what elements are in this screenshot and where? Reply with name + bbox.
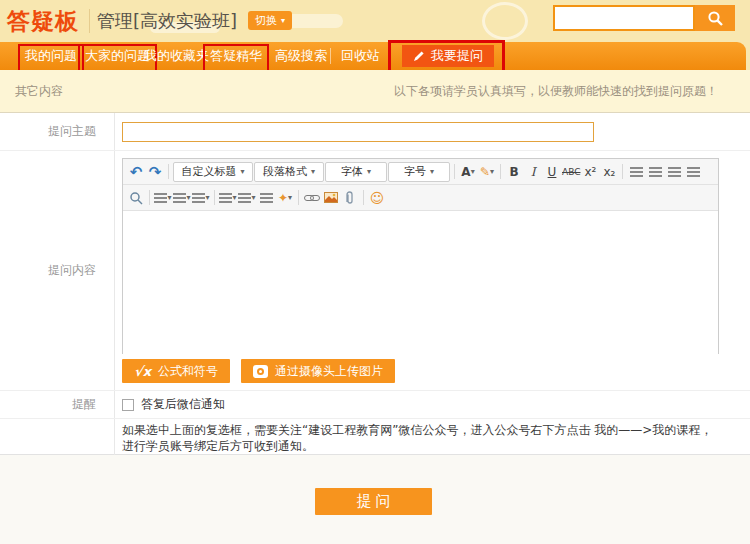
wechat-notify-checkbox[interactable] — [122, 399, 134, 411]
underline-icon[interactable]: U — [543, 162, 561, 182]
align-bars — [649, 167, 662, 177]
painter-glyph: ✦ — [278, 191, 288, 205]
editor-toolbar-row-2: ▾ ▾ ▾ ▾ ▾ ✦▾ — [123, 185, 718, 211]
editor-extra-buttons: √x 公式和符号 通过摄像头上传图片 — [122, 359, 395, 383]
font-color-icon[interactable]: A▾ — [459, 162, 477, 182]
ask-button-label: 我要提问 — [431, 47, 483, 65]
font-size-dropdown[interactable]: 字号▾ — [388, 162, 450, 182]
insert-image-icon[interactable] — [322, 188, 340, 208]
subject-label: 提问主题 — [0, 113, 115, 150]
chevron-down-icon: ▾ — [288, 193, 292, 202]
attachment-icon[interactable] — [341, 188, 359, 208]
remind-cell: 答复后微信通知 — [115, 391, 750, 418]
toolbar-divider — [298, 190, 299, 205]
align-center-icon[interactable] — [646, 162, 664, 182]
subject-row: 提问主题 — [0, 113, 750, 151]
fill-carefully-notice: 以下各项请学员认真填写，以便教师能快速的找到提问原题！ — [394, 83, 718, 100]
toolbar-divider — [500, 164, 501, 179]
tab-label: 我的收藏夹 — [144, 48, 209, 63]
wechat-notify-label: 答复后微信通知 — [141, 396, 225, 413]
app-logo: 答疑板 — [7, 6, 79, 37]
nav-divider — [330, 48, 331, 64]
bold-icon[interactable]: B — [505, 162, 523, 182]
other-content-label: 其它内容 — [15, 83, 63, 100]
switch-label: 切换 — [255, 13, 277, 28]
list-bars — [238, 193, 251, 203]
tab-label: 大家的问题 — [85, 48, 150, 63]
subscript-icon[interactable]: x₂ — [600, 162, 618, 182]
info-bar: 其它内容 以下各项请学员认真填写，以便教师能快速的找到提问原题！ — [0, 70, 750, 112]
camera-button-label: 通过摄像头上传图片 — [275, 363, 383, 380]
dropdown-label: 段落格式 — [263, 164, 307, 179]
tab-recycle-bin[interactable]: 回收站 — [341, 42, 380, 70]
chevron-down-icon: ▾ — [240, 167, 244, 176]
image-glyph — [324, 192, 338, 203]
list-bars — [219, 193, 232, 203]
content-row: 提问内容 ↶ ↷ 自定义标题▾ 段落格式▾ 字体▾ — [0, 151, 750, 391]
magnifier-glyph — [129, 191, 143, 205]
chevron-down-icon: ▾ — [430, 167, 434, 176]
toolbar-divider — [168, 164, 169, 179]
note-cell: 如果选中上面的复选框，需要关注“建设工程教育网”微信公众号，进入公众号右下方点击… — [115, 419, 750, 455]
undo-icon[interactable]: ↶ — [127, 162, 145, 182]
dropdown-label: 字号 — [404, 164, 426, 179]
bullet-list-icon[interactable]: ▾ — [238, 188, 256, 208]
search-input[interactable] — [553, 5, 695, 31]
line-height-bars — [173, 193, 186, 203]
font-family-dropdown[interactable]: 字体▾ — [325, 162, 387, 182]
pencil-icon — [413, 50, 425, 62]
ask-question-button[interactable]: 我要提问 — [402, 45, 494, 67]
paragraph-format-dropdown[interactable]: 段落格式▾ — [254, 162, 324, 182]
superscript-icon[interactable]: x² — [581, 162, 599, 182]
align-justify-icon[interactable] — [684, 162, 702, 182]
insert-link-icon[interactable] — [303, 188, 321, 208]
toolbar-divider — [363, 190, 364, 205]
tab-everyones-questions[interactable]: 大家的问题 — [85, 42, 150, 70]
chevron-down-icon: ▾ — [167, 193, 171, 202]
numbered-list-icon[interactable]: ▾ — [219, 188, 237, 208]
font-color-glyph: A — [461, 165, 470, 179]
indent-icon[interactable]: ▾ — [154, 188, 172, 208]
camera-upload-button[interactable]: 通过摄像头上传图片 — [241, 359, 395, 383]
format-painter-icon[interactable]: ✦▾ — [276, 188, 294, 208]
dropdown-label: 自定义标题 — [181, 164, 236, 179]
subject-input[interactable] — [122, 122, 594, 142]
chevron-down-icon: ▾ — [186, 193, 190, 202]
search-icon — [707, 10, 724, 27]
chevron-down-icon: ▾ — [471, 167, 475, 176]
wechat-binding-note: 如果选中上面的复选框，需要关注“建设工程教育网”微信公众号，进入公众号右下方点击… — [115, 419, 750, 454]
custom-heading-dropdown[interactable]: 自定义标题▾ — [173, 162, 253, 182]
align-bars — [687, 167, 700, 177]
submit-question-button[interactable]: 提问 — [315, 488, 432, 515]
align-right-icon[interactable] — [665, 162, 683, 182]
search-button[interactable] — [695, 5, 735, 31]
preview-zoom-icon[interactable] — [127, 188, 145, 208]
align-left-icon[interactable] — [627, 162, 645, 182]
chevron-down-icon: ▾ — [232, 193, 236, 202]
outdent-icon[interactable] — [257, 188, 275, 208]
italic-icon[interactable]: I — [524, 162, 542, 182]
switch-class-button[interactable]: 切换 ▾ — [248, 11, 292, 30]
strikethrough-icon[interactable]: ABC — [562, 162, 580, 182]
content-cell: ↶ ↷ 自定义标题▾ 段落格式▾ 字体▾ 字号▾ — [115, 151, 750, 390]
highlight-color-icon[interactable]: ✎▾ — [478, 162, 496, 182]
tab-label: 高级搜索 — [275, 48, 327, 63]
paragraph-spacing-icon[interactable]: ▾ — [192, 188, 210, 208]
formula-symbols-button[interactable]: √x 公式和符号 — [122, 359, 230, 383]
line-height-icon[interactable]: ▾ — [173, 188, 191, 208]
editor-content-area[interactable] — [123, 211, 718, 354]
redo-icon[interactable]: ↷ — [146, 162, 164, 182]
align-bars — [668, 167, 681, 177]
emoticon-icon[interactable]: ☺ — [368, 188, 386, 208]
tab-advanced-search[interactable]: 高级搜索 — [275, 42, 327, 70]
tab-my-questions[interactable]: 我的问题 — [25, 42, 77, 70]
formula-icon: √x — [134, 364, 151, 379]
nav-bar: 我的问题 大家的问题 我的收藏夹 答疑精华 高级搜索 回收站 — [0, 42, 746, 70]
camera-icon — [253, 365, 268, 378]
rich-text-editor: ↶ ↷ 自定义标题▾ 段落格式▾ 字体▾ 字号▾ — [122, 158, 719, 354]
tab-my-favorites[interactable]: 我的收藏夹 — [144, 42, 209, 70]
tab-qa-highlights[interactable]: 答疑精华 — [210, 42, 262, 70]
note-row: 如果选中上面的复选框，需要关注“建设工程教育网”微信公众号，进入公众号右下方点击… — [0, 419, 750, 455]
toolbar-divider — [454, 164, 455, 179]
spacing-bars — [192, 193, 205, 203]
